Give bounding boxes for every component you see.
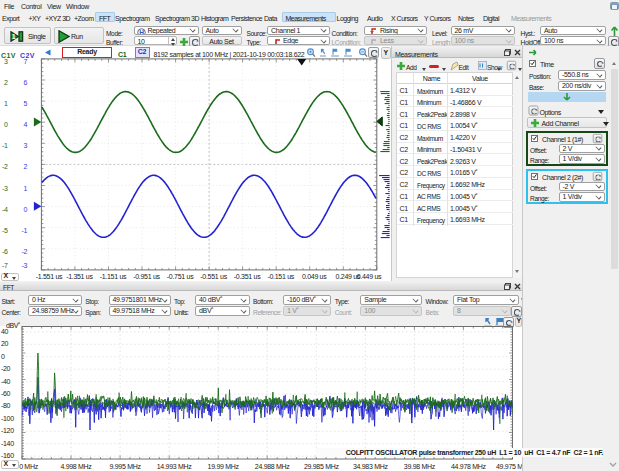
svg-text:H: H <box>139 29 144 35</box>
svg-text:1: 1 <box>12 33 16 40</box>
